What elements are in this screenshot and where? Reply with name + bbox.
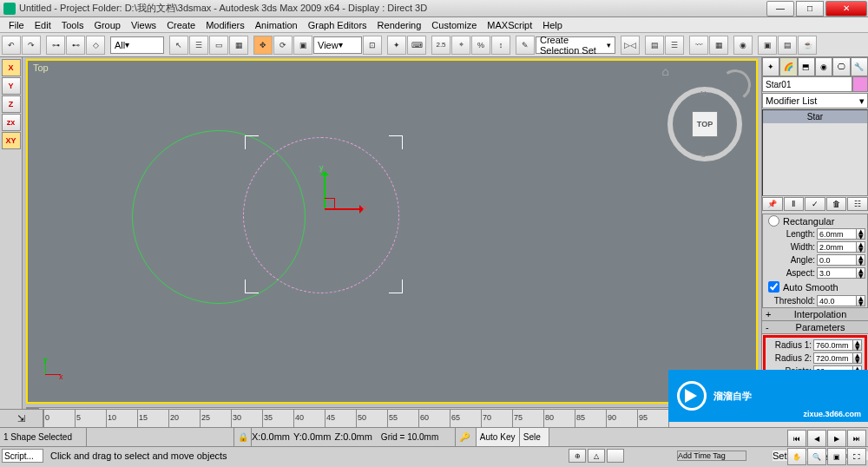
autokey-button[interactable]: Auto Key [477, 428, 520, 446]
mirror-button[interactable]: ▷◁ [621, 36, 640, 55]
prev-frame-button[interactable]: ◀ [807, 430, 826, 447]
menu-maxscript[interactable]: MAXScript [482, 20, 537, 30]
minimize-button[interactable]: — [766, 1, 794, 16]
selected-button[interactable]: Sele [520, 428, 549, 446]
lock-selection-button[interactable] [607, 449, 624, 463]
motion-tab[interactable]: ◉ [815, 57, 832, 76]
stack-item-star[interactable]: Star [763, 110, 867, 123]
bind-button[interactable]: ◇ [86, 36, 105, 55]
lock-button[interactable]: 🔒 [234, 428, 252, 446]
configure-button[interactable]: ☷ [847, 197, 868, 211]
angle-field[interactable]: 0.0 [817, 254, 857, 266]
display-tab[interactable]: 🖵 [832, 57, 850, 76]
z-coord-field[interactable]: 0.0mm [343, 431, 372, 442]
utilities-tab[interactable]: 🔧 [851, 57, 868, 76]
gizmo-x-axis[interactable] [325, 208, 361, 210]
hierarchy-tab[interactable]: ⬒ [798, 57, 815, 76]
axis-x-button[interactable]: X [2, 59, 21, 76]
aspect-field[interactable]: 3.0 [817, 267, 857, 279]
select-rect-button[interactable]: ▭ [209, 36, 228, 55]
menu-rendering[interactable]: Rendering [372, 20, 427, 30]
gizmo-xy-plane[interactable] [325, 198, 335, 208]
zoom-button[interactable]: 🔍 [807, 448, 826, 465]
iso-button[interactable]: △ [588, 449, 605, 463]
trackbar-toggle-button[interactable]: ⇲ [0, 410, 43, 427]
interpolation-rollout-header[interactable]: +Interpolation [762, 308, 868, 321]
material-editor-button[interactable]: ◉ [733, 36, 753, 55]
render-setup-button[interactable]: ▣ [758, 36, 777, 55]
maximize-vp-button[interactable]: ⛶ [847, 448, 866, 465]
key-icon[interactable]: 🔑 [456, 428, 477, 446]
named-selection-dropdown[interactable]: Create Selection Set ▾ [536, 36, 615, 54]
aspect-spinner[interactable]: ▴▾ [857, 267, 865, 279]
threshold-field[interactable]: 40.0 [817, 295, 857, 306]
select-button[interactable]: ↖ [169, 36, 188, 55]
next-frame-button[interactable]: ⏭ [847, 430, 866, 447]
schematic-button[interactable]: ▦ [709, 36, 728, 55]
selection-filter-dropdown[interactable]: All ▾ [110, 36, 164, 54]
axis-z-button[interactable]: Z [2, 95, 21, 113]
x-coord-field[interactable]: 0.0mm [260, 431, 290, 442]
viewport-top[interactable]: Top ⌂ N S TOP x [26, 59, 758, 404]
radius1-field[interactable]: 760.0mm [813, 339, 853, 351]
select-name-button[interactable]: ☰ [189, 36, 208, 55]
menu-file[interactable]: File [3, 20, 30, 30]
refcoord-dropdown[interactable]: View ▾ [313, 36, 362, 54]
menu-help[interactable]: Help [537, 20, 568, 30]
viewcube-face[interactable]: TOP [692, 111, 718, 137]
align-button[interactable]: ▤ [645, 36, 664, 55]
close-button[interactable]: ✕ [825, 1, 867, 16]
remove-mod-button[interactable]: 🗑 [826, 197, 847, 211]
width-field[interactable]: 2.0mm [817, 241, 857, 253]
menu-group[interactable]: Group [89, 20, 126, 30]
modifier-stack[interactable]: Star [762, 109, 868, 196]
maximize-button[interactable]: □ [796, 1, 824, 16]
show-end-button[interactable]: Ⅱ [784, 197, 805, 211]
parameters-rollout-header[interactable]: -Parameters [762, 321, 868, 334]
select-window-button[interactable]: ▦ [229, 36, 248, 55]
scene-star-shape[interactable] [243, 137, 399, 293]
pin-stack-button[interactable]: 📌 [762, 197, 783, 211]
goto-start-button[interactable]: ⏮ [787, 430, 806, 447]
snap-button[interactable]: 2.5 [431, 36, 450, 55]
percent-snap-button[interactable]: % [471, 36, 490, 55]
render-button[interactable]: ☕ [798, 36, 817, 55]
modify-tab[interactable]: 🌈 [779, 57, 797, 76]
pan-button[interactable]: ✋ [787, 448, 806, 465]
viewcube[interactable]: N S TOP [667, 87, 742, 161]
rendered-frame-button[interactable]: ▤ [778, 36, 797, 55]
menu-views[interactable]: Views [126, 20, 161, 30]
viewcube-home-icon[interactable]: ⌂ [662, 64, 669, 78]
fov-button[interactable]: ▣ [827, 448, 846, 465]
length-field[interactable]: 6.0mm [817, 228, 857, 240]
object-color-swatch[interactable] [852, 76, 868, 92]
unique-button[interactable]: ✓ [805, 197, 825, 211]
move-button[interactable]: ✥ [253, 36, 273, 55]
axis-zx-button[interactable]: zx [2, 114, 21, 131]
timetag-button[interactable]: Add Time Tag [677, 451, 746, 461]
y-coord-field[interactable]: 0.0mm [302, 431, 332, 442]
object-name-field[interactable]: Star01 [762, 76, 852, 92]
radius2-field[interactable]: 720.0mm [813, 352, 853, 364]
editnamed-button[interactable]: ✎ [516, 36, 535, 55]
menu-grapheditors[interactable]: Graph Editors [303, 20, 372, 30]
spinner-snap-button[interactable]: ↕ [491, 36, 510, 55]
layers-button[interactable]: ☰ [665, 36, 684, 55]
undo-button[interactable]: ↶ [2, 36, 21, 55]
play-button[interactable]: ▶ [827, 430, 846, 447]
pivot-button[interactable]: ⊡ [363, 36, 382, 55]
menu-customize[interactable]: Customize [426, 20, 482, 30]
menu-edit[interactable]: Edit [30, 20, 56, 30]
threshold-spinner[interactable]: ▴▾ [857, 295, 865, 306]
rotate-button[interactable]: ⟳ [273, 36, 293, 55]
unlink-button[interactable]: ⊷ [66, 36, 85, 55]
rectangular-radio[interactable] [768, 215, 779, 227]
autosmooth-checkbox[interactable] [768, 281, 779, 293]
create-tab[interactable]: ✦ [762, 57, 779, 76]
menu-tools[interactable]: Tools [56, 20, 89, 30]
menu-create[interactable]: Create [161, 20, 201, 30]
axis-y-button[interactable]: Y [2, 77, 21, 95]
redo-button[interactable]: ↷ [22, 36, 41, 55]
scale-button[interactable]: ▣ [293, 36, 312, 55]
manipulate-button[interactable]: ✦ [387, 36, 406, 55]
